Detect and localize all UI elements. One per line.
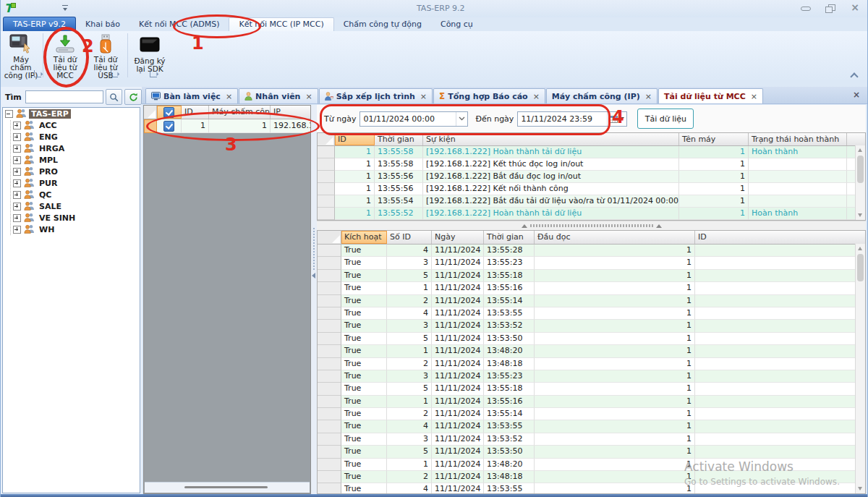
column-header[interactable]: Kích hoạt — [341, 231, 387, 244]
search-button[interactable] — [106, 89, 123, 105]
log-row[interactable]: True111/11/202413:48:201 — [318, 345, 865, 357]
to-date-input[interactable]: 11/11/2024 23:59 — [517, 111, 627, 127]
log-row[interactable]: True511/11/202413:53:501 — [318, 333, 865, 345]
tree-item-wh[interactable]: WH — [11, 224, 140, 235]
log-row[interactable]: True511/11/202413:53:501 — [318, 446, 865, 458]
close-icon[interactable]: × — [645, 92, 652, 101]
expand-icon[interactable] — [13, 145, 21, 153]
tree-item-root[interactable]: TAS-ERP — [3, 109, 140, 119]
ribbon-tab-ket-noi-adms[interactable]: Kết nối MCC (ADMS) — [129, 18, 229, 31]
column-header[interactable]: Tên máy — [679, 133, 749, 145]
log-row[interactable]: True411/11/202413:53:551 — [318, 483, 865, 494]
log-row[interactable]: True411/11/202413:53:551 — [318, 420, 865, 433]
search-input[interactable] — [25, 90, 103, 103]
column-header[interactable]: Ngày — [432, 231, 484, 244]
group-dialog-launcher-icon[interactable] — [111, 70, 118, 77]
doc-tab-4[interactable]: ΣTổng hợp Báo cáo× — [433, 88, 545, 103]
doc-tab-2[interactable]: Nhân viên× — [239, 88, 318, 103]
doc-tab-5[interactable]: Máy chấm công (IP)× — [546, 88, 658, 103]
ribbon-button-2[interactable]: Tải dữ liệu từ MCC — [46, 32, 85, 77]
log-row[interactable]: True111/11/202413:48:201 — [318, 459, 865, 471]
vertical-splitter[interactable] — [311, 105, 317, 494]
tree-item-eng[interactable]: ENG — [11, 132, 140, 143]
log-row[interactable]: True211/11/202413:48:181 — [318, 471, 865, 483]
file-tab[interactable]: TAS-ERP v9.2 — [3, 17, 76, 31]
collapse-icon[interactable] — [5, 110, 13, 118]
log-row[interactable]: True111/11/202413:55:161 — [318, 396, 865, 408]
log-row[interactable]: True311/11/202413:53:521 — [318, 320, 865, 332]
ribbon-button-3[interactable]: Tải dữ liệu từ USB — [86, 32, 125, 77]
log-row[interactable]: True211/11/202413:48:181 — [318, 358, 865, 370]
log-row[interactable]: True111/11/202413:55:161 — [318, 282, 865, 294]
from-date-input[interactable]: 01/11/2024 00:00 — [359, 111, 468, 127]
tree-item-pro[interactable]: PRO — [11, 166, 140, 177]
close-button[interactable]: × — [848, 3, 861, 14]
log-row[interactable]: True211/11/202413:55:141 — [318, 408, 865, 420]
event-row[interactable]: 113:55:58[192.168.1.222] Hoàn thành tải … — [318, 146, 865, 158]
quick-access-dropdown-icon[interactable] — [61, 4, 69, 12]
log-row[interactable]: True511/11/202413:55:181 — [318, 270, 865, 282]
column-header[interactable]: IP — [271, 106, 310, 119]
expand-icon[interactable] — [13, 179, 21, 187]
group-dialog-launcher-icon[interactable] — [150, 70, 157, 77]
column-header[interactable]: ID — [335, 133, 375, 145]
close-icon[interactable]: × — [533, 92, 540, 101]
ribbon-tab-ket-noi-ipmcc[interactable]: Kết nối MCC (IP MCC) — [229, 17, 333, 31]
tree-item-qc[interactable]: QC — [11, 190, 140, 200]
minimize-button[interactable] — [799, 3, 812, 14]
doc-tab-1[interactable]: Bàn làm việc× — [145, 88, 238, 103]
column-header[interactable]: Đầu đọc — [535, 231, 695, 244]
chevron-down-icon[interactable] — [456, 112, 467, 126]
vertical-scrollbar[interactable] — [855, 145, 865, 220]
expand-icon[interactable] — [13, 214, 21, 222]
event-row[interactable]: 113:55:54[192.168.1.222] Bắt đầu tải dữ … — [318, 195, 865, 208]
log-row[interactable]: True311/11/202413:55:231 — [318, 257, 865, 269]
device-row[interactable]: 1 1 192.168.1.222 — [144, 119, 310, 133]
log-row[interactable]: True211/11/202413:55:141 — [318, 295, 865, 307]
close-icon[interactable]: × — [226, 92, 232, 101]
select-all-checkbox[interactable] — [157, 106, 182, 119]
tree-item-mpl[interactable]: MPL — [11, 155, 140, 166]
column-header[interactable]: Số ID — [387, 231, 432, 244]
doc-tab-3[interactable]: Sắp xếp lịch trình× — [319, 88, 433, 103]
expand-icon[interactable] — [13, 226, 21, 234]
expand-icon[interactable] — [13, 203, 21, 211]
close-icon[interactable]: × — [853, 90, 860, 100]
close-icon[interactable]: × — [420, 92, 427, 101]
expand-icon[interactable] — [13, 191, 21, 199]
tree-item-ve-sinh[interactable]: VE SINH — [11, 213, 140, 224]
grid-corner[interactable] — [318, 231, 341, 244]
tree-item-hrga[interactable]: HRGA — [11, 143, 140, 154]
group-dialog-launcher-icon[interactable] — [34, 70, 41, 77]
expand-icon[interactable] — [13, 133, 21, 141]
log-row[interactable]: True311/11/202413:55:231 — [318, 370, 865, 383]
column-header[interactable]: Trạng thái hoàn thành — [749, 133, 847, 145]
expand-icon[interactable] — [13, 168, 21, 176]
column-header[interactable]: Sự kiện — [423, 133, 679, 145]
ribbon-tab-khai-bao[interactable]: Khai báo — [76, 18, 129, 31]
event-row[interactable]: 113:55:58[192.168.1.222] Kết thúc đọc lo… — [318, 158, 865, 171]
column-header[interactable]: Thời gian — [484, 231, 535, 244]
log-row[interactable]: True311/11/202413:53:521 — [318, 433, 865, 446]
log-row[interactable]: True411/11/202413:55:281 — [318, 245, 865, 257]
event-row[interactable]: 113:55:52[192.168.1.222] Hoàn thành tải … — [318, 208, 865, 220]
refresh-button[interactable] — [124, 89, 142, 105]
close-icon[interactable]: × — [305, 92, 312, 101]
tree-item-sale[interactable]: SALE — [11, 201, 140, 212]
restore-button[interactable] — [824, 3, 837, 14]
log-row[interactable]: True511/11/202413:55:181 — [318, 383, 865, 395]
doc-tab-6[interactable]: Tải dữ liệu từ MCC× — [658, 88, 763, 103]
close-icon[interactable]: × — [751, 92, 757, 101]
column-header[interactable]: Thời gian — [375, 133, 423, 145]
ribbon-tab-cham-cong[interactable]: Chấm công tự động — [334, 18, 431, 31]
column-header[interactable]: ID — [182, 106, 209, 119]
event-row[interactable]: 113:55:56[192.168.1.222] Bắt đầu đọc log… — [318, 171, 865, 183]
grid-corner[interactable] — [318, 133, 335, 145]
column-header[interactable]: Máy chấm công — [209, 106, 271, 119]
grid-corner[interactable] — [144, 106, 157, 119]
log-row[interactable]: True411/11/202413:53:551 — [318, 307, 865, 320]
ribbon-tab-cong-cu[interactable]: Công cụ — [431, 18, 482, 31]
expand-icon[interactable] — [13, 122, 21, 129]
ribbon-collapse-icon[interactable] — [850, 72, 859, 78]
vertical-scrollbar[interactable] — [855, 244, 865, 493]
